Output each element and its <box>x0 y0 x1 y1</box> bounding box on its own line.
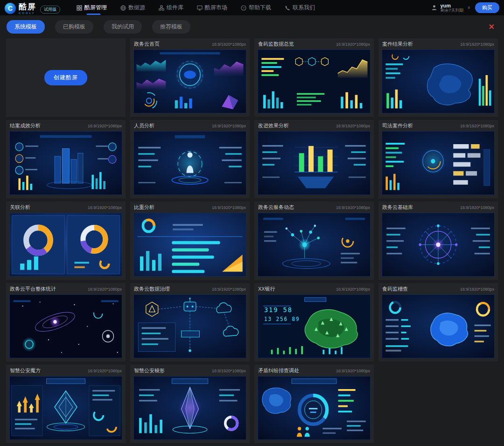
logo-subtext: COOLY <box>19 12 36 14</box>
app-logo[interactable]: C 酷屏 COOLY 试用版 <box>5 1 60 14</box>
buy-button[interactable]: 购买 <box>475 2 499 13</box>
card-size-label: 16:9/1920*1080px <box>336 42 370 47</box>
card-thumbnail[interactable] <box>133 294 246 358</box>
card-size-label: 16:9/1920*1080px <box>212 369 246 373</box>
tab-system-templates[interactable]: 系统模板 <box>7 20 45 34</box>
monitor-icon <box>196 5 203 11</box>
tab-purchased-templates[interactable]: 已购模板 <box>55 20 93 34</box>
thumbnail-art <box>382 213 494 276</box>
template-card[interactable]: 智慧公安魔方 16:9/1920*1080px <box>6 365 126 443</box>
card-title: 政务云服务动态 <box>258 204 294 211</box>
template-card[interactable]: 食药监稽查 16:9/1920*1080px <box>378 283 498 362</box>
user-expiry: 剩余7天到期 <box>440 8 463 13</box>
thumbnail-art <box>10 376 122 439</box>
thumbnail-art <box>10 295 122 358</box>
help-icon: ? <box>240 5 246 11</box>
card-title: 政务云平台整体统计 <box>10 286 56 293</box>
template-card[interactable]: 政务云平台整体统计 16:9/1920*1080px <box>6 283 126 362</box>
card-thumbnail[interactable] <box>9 131 122 195</box>
phone-icon <box>284 5 290 11</box>
card-size-label: 16:9/1920*1080px <box>336 124 370 128</box>
template-card[interactable]: 政务云服务动态 16:9/1920*1080px <box>254 202 374 280</box>
chevron-down-icon: ∨ <box>467 5 470 10</box>
nav-item-label: 酷屏管理 <box>84 4 107 12</box>
card-title: 政务云数据治理 <box>134 286 170 293</box>
card-thumbnail[interactable] <box>258 213 371 277</box>
card-thumbnail[interactable] <box>258 376 371 440</box>
template-card[interactable]: XX银行 16:9/1920*1080px 319 58 1 <box>254 283 374 362</box>
tab-my-trials[interactable]: 我的试用 <box>104 20 142 34</box>
thumbnail-art <box>258 213 370 276</box>
template-filter-tabs: 系统模板 已购模板 我的试用 推荐模板 ✕ <box>0 15 504 36</box>
thumbnail-art <box>382 50 494 113</box>
thumbnail-art <box>382 132 494 195</box>
card-title: 食药监稽查 <box>382 286 408 293</box>
template-card[interactable]: 智慧公安棱形 16:9/1920*1080px <box>130 365 250 443</box>
card-thumbnail[interactable] <box>9 213 122 277</box>
thumbnail-art <box>134 376 246 439</box>
thumbnail-art <box>134 50 246 113</box>
bank-stat-number-2: 13 256 89 <box>264 316 300 322</box>
card-thumbnail[interactable] <box>382 131 495 195</box>
template-card[interactable]: 矛盾纠纷排查调处 16:9/1920*1080px <box>254 365 374 443</box>
template-card[interactable]: 政务云首页 16:9/1920*1080px <box>130 38 250 117</box>
nav-item-contact-us[interactable]: 联系我们 <box>278 0 322 15</box>
database-icon <box>120 5 126 11</box>
template-card[interactable]: 人员分析 16:9/1920*1080px <box>130 120 250 198</box>
nav-item-label: 酷屏市场 <box>205 4 227 12</box>
card-thumbnail[interactable] <box>133 376 246 440</box>
card-thumbnail[interactable] <box>382 213 495 277</box>
card-thumbnail[interactable] <box>9 294 122 358</box>
card-thumbnail[interactable] <box>133 213 246 277</box>
close-icon[interactable]: ✕ <box>486 23 497 31</box>
card-thumbnail[interactable] <box>382 49 495 113</box>
top-navbar: C 酷屏 COOLY 试用版 酷屏管理 数据源 组件库 <box>0 0 504 15</box>
nav-item-market[interactable]: 酷屏市场 <box>190 0 234 15</box>
user-menu[interactable]: yum 剩余7天到期 ∨ <box>431 3 470 13</box>
thumbnail-art <box>10 132 122 195</box>
card-thumbnail[interactable]: 319 58 13 256 89 <box>258 294 371 358</box>
thumbnail-art <box>134 132 246 195</box>
main-menu: 酷屏管理 数据源 组件库 酷屏市场 ? 帮助下载 <box>70 0 322 15</box>
user-name: yum <box>440 3 463 8</box>
grid-icon <box>76 5 82 11</box>
thumbnail-art <box>10 213 122 276</box>
create-screen-panel: 创建酷屏 <box>6 38 126 117</box>
nav-item-components[interactable]: 组件库 <box>152 0 190 15</box>
card-thumbnail[interactable] <box>133 131 246 195</box>
template-card[interactable]: 结案成效分析 16:9/1920*1080px <box>6 120 126 198</box>
nav-item-help-download[interactable]: ? 帮助下载 <box>234 0 278 15</box>
nav-item-label: 数据源 <box>128 4 145 12</box>
card-title: 关联分析 <box>10 204 30 211</box>
card-size-label: 16:9/1920*1080px <box>336 205 370 210</box>
card-title: 政务云首页 <box>134 41 160 48</box>
template-card[interactable]: 司法案件分析 16:9/1920*1080px <box>378 120 498 198</box>
tab-recommended-templates[interactable]: 推荐模板 <box>152 20 190 34</box>
template-card[interactable]: 改进效果分析 16:9/1920*1080px <box>254 120 374 198</box>
logo-text: 酷屏 <box>19 3 36 11</box>
card-thumbnail[interactable] <box>9 376 122 440</box>
card-size-label: 16:9/1920*1080px <box>212 42 246 47</box>
card-thumbnail[interactable] <box>133 49 246 113</box>
card-title: 矛盾纠纷排查调处 <box>258 367 299 374</box>
card-thumbnail[interactable] <box>382 294 495 358</box>
card-thumbnail[interactable] <box>258 131 371 195</box>
template-card[interactable]: 政务云基础库 16:9/1920*1080px <box>378 202 498 280</box>
card-size-label: 16:9/1920*1080px <box>460 124 494 128</box>
card-title: 比重分析 <box>134 204 154 211</box>
template-card[interactable]: 政务云数据治理 16:9/1920*1080px <box>130 283 250 362</box>
thumbnail-art: 319 58 13 256 89 <box>258 295 370 358</box>
template-card[interactable]: 关联分析 16:9/1920*1080px <box>6 202 126 280</box>
template-card[interactable]: 比重分析 16:9/1920*1080px <box>130 202 250 280</box>
template-card[interactable]: 食药监数据总览 16:9/1920*1080px <box>254 38 374 117</box>
card-size-label: 16:9/1920*1080px <box>460 287 494 292</box>
create-screen-button[interactable]: 创建酷屏 <box>44 70 87 85</box>
template-card[interactable]: 案件结果分析 16:9/1920*1080px <box>378 38 498 117</box>
nav-item-datasource[interactable]: 数据源 <box>113 0 152 15</box>
components-icon <box>158 5 164 11</box>
nav-item-screen-manage[interactable]: 酷屏管理 <box>70 0 113 15</box>
card-size-label: 16:9/1920*1080px <box>88 124 122 128</box>
card-thumbnail[interactable] <box>258 49 371 113</box>
trial-version-badge: 试用版 <box>40 6 60 14</box>
card-title: 改进效果分析 <box>258 122 289 129</box>
